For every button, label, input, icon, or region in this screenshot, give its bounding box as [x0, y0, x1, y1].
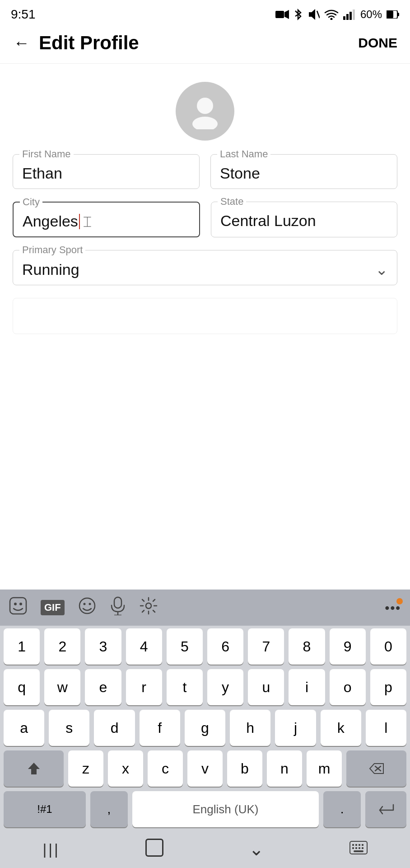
- symbols-key[interactable]: !#1: [4, 791, 86, 827]
- key-t[interactable]: t: [167, 669, 203, 705]
- svg-rect-6: [346, 14, 349, 20]
- enter-key[interactable]: [365, 791, 406, 827]
- last-name-label: Last Name: [217, 148, 270, 160]
- spacebar-key[interactable]: English (UK): [132, 791, 319, 827]
- svg-marker-2: [309, 9, 315, 20]
- shift-key[interactable]: [4, 750, 64, 787]
- signal-icon: [343, 9, 356, 20]
- key-l[interactable]: l: [366, 710, 406, 746]
- key-1[interactable]: 1: [4, 628, 40, 665]
- mic-icon[interactable]: [110, 596, 126, 619]
- battery-label: 60%: [360, 8, 382, 21]
- done-button[interactable]: DONE: [358, 35, 397, 51]
- key-k[interactable]: k: [321, 710, 361, 746]
- key-e[interactable]: e: [85, 669, 121, 705]
- key-n[interactable]: n: [267, 750, 302, 787]
- svg-rect-5: [343, 16, 345, 20]
- name-row: First Name Ethan Last Name Stone: [13, 154, 397, 189]
- primary-sport-value: Running: [22, 261, 79, 278]
- key-5[interactable]: 5: [167, 628, 203, 665]
- first-name-value: Ethan: [22, 165, 190, 182]
- key-q[interactable]: q: [4, 669, 40, 705]
- svg-rect-0: [275, 11, 284, 18]
- person-icon: [187, 93, 223, 129]
- form-area: First Name Ethan Last Name Stone City An…: [0, 154, 410, 334]
- state-field[interactable]: State Central Luzon: [211, 202, 397, 237]
- key-i[interactable]: i: [289, 669, 325, 705]
- svg-rect-32: [352, 847, 354, 849]
- home-icon: [145, 839, 163, 857]
- key-p[interactable]: p: [370, 669, 406, 705]
- key-o[interactable]: o: [330, 669, 366, 705]
- key-x[interactable]: x: [108, 750, 143, 787]
- key-7[interactable]: 7: [248, 628, 284, 665]
- svg-rect-33: [355, 847, 357, 849]
- bottom-row: !#1 , English (UK) .: [4, 791, 406, 827]
- key-0[interactable]: 0: [370, 628, 406, 665]
- more-options-button[interactable]: •••: [385, 600, 401, 615]
- svg-point-19: [89, 603, 91, 605]
- avatar-section[interactable]: [0, 64, 410, 154]
- gif-button[interactable]: GIF: [41, 600, 65, 615]
- key-g[interactable]: g: [185, 710, 225, 746]
- key-j[interactable]: j: [275, 710, 316, 746]
- state-label: State: [218, 196, 246, 208]
- svg-rect-35: [362, 847, 363, 849]
- key-z[interactable]: z: [68, 750, 103, 787]
- svg-rect-28: [352, 844, 354, 846]
- svg-rect-20: [114, 597, 121, 608]
- status-time: 9:51: [11, 7, 36, 22]
- svg-point-23: [146, 603, 151, 609]
- key-r[interactable]: r: [126, 669, 162, 705]
- period-key[interactable]: .: [323, 791, 361, 827]
- back-button[interactable]: ←: [9, 32, 34, 54]
- nav-home-button[interactable]: [136, 835, 172, 863]
- settings-icon[interactable]: [140, 597, 158, 619]
- nav-menu-button[interactable]: |||: [33, 837, 69, 862]
- mute-icon: [307, 8, 320, 21]
- key-v[interactable]: v: [187, 750, 223, 787]
- emoji-icon[interactable]: [78, 597, 96, 619]
- key-3[interactable]: 3: [85, 628, 121, 665]
- primary-sport-label: Primary Sport: [19, 244, 85, 256]
- key-2[interactable]: 2: [44, 628, 80, 665]
- page-title: Edit Profile: [39, 32, 358, 54]
- key-6[interactable]: 6: [207, 628, 243, 665]
- key-u[interactable]: u: [248, 669, 284, 705]
- svg-line-3: [317, 11, 320, 18]
- city-value: Angeles ⌶: [23, 212, 190, 230]
- key-h[interactable]: h: [230, 710, 270, 746]
- key-d[interactable]: d: [94, 710, 135, 746]
- first-name-field[interactable]: First Name Ethan: [13, 154, 200, 189]
- key-8[interactable]: 8: [289, 628, 325, 665]
- key-y[interactable]: y: [207, 669, 243, 705]
- key-b[interactable]: b: [227, 750, 262, 787]
- keyboard: GIF •••: [0, 590, 410, 868]
- last-name-field[interactable]: Last Name Stone: [210, 154, 397, 189]
- city-field[interactable]: City Angeles ⌶: [13, 202, 200, 237]
- key-m[interactable]: m: [307, 750, 342, 787]
- svg-rect-36: [354, 850, 363, 852]
- keyboard-keys: 1 2 3 4 5 6 7 8 9 0 q w e r t y u i o p …: [0, 626, 410, 827]
- avatar[interactable]: [176, 82, 234, 141]
- svg-rect-11: [397, 13, 399, 16]
- svg-rect-14: [10, 598, 26, 614]
- key-w[interactable]: w: [44, 669, 80, 705]
- key-4[interactable]: 4: [126, 628, 162, 665]
- key-f[interactable]: f: [140, 710, 180, 746]
- backspace-key[interactable]: [346, 750, 406, 787]
- key-a[interactable]: a: [4, 710, 44, 746]
- svg-rect-29: [355, 844, 357, 846]
- nav-collapse-button[interactable]: ⌄: [240, 835, 273, 863]
- comma-key[interactable]: ,: [90, 791, 128, 827]
- video-camera-icon: [275, 9, 289, 19]
- primary-sport-field[interactable]: Primary Sport Running ⌄: [13, 250, 397, 285]
- key-c[interactable]: c: [148, 750, 183, 787]
- number-row: 1 2 3 4 5 6 7 8 9 0: [4, 628, 406, 665]
- key-9[interactable]: 9: [330, 628, 366, 665]
- sticker-icon[interactable]: [9, 597, 27, 619]
- nav-keyboard-button[interactable]: [340, 837, 377, 861]
- svg-marker-24: [28, 763, 40, 774]
- top-bar: ← Edit Profile DONE: [0, 27, 410, 64]
- key-s[interactable]: s: [49, 710, 89, 746]
